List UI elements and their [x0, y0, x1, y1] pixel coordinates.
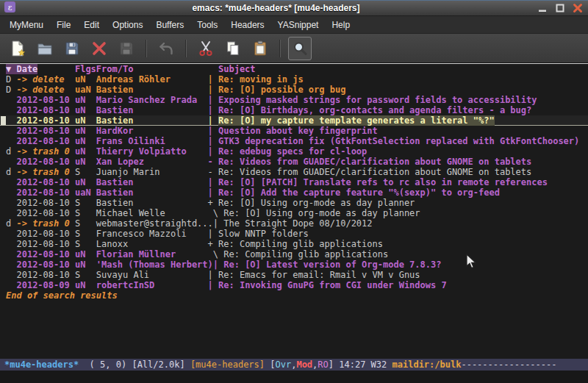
copy-icon[interactable] [221, 37, 245, 60]
close-button[interactable] [572, 2, 584, 14]
message-row[interactable]: D -> delete uaN Bastien | Re: [O] possib… [0, 85, 588, 95]
message-row[interactable]: d -> trash 0 S Juanjo Marin - Re: Videos… [0, 167, 588, 177]
echo-area[interactable] [0, 371, 588, 383]
flags-cell: uN [75, 74, 96, 85]
titlebar[interactable]: ε emacs: *mu4e-headers* [mu4e-headers] [0, 0, 588, 16]
message-row[interactable]: 2012-08-10 uN Florian Müllner \ Re: Comp… [0, 249, 588, 259]
date-cell: 2012-08-10 [16, 136, 74, 146]
message-row[interactable]: 2012-08-10 S Michael Welle \ Re: [O] Usi… [0, 208, 588, 218]
message-subject: Re: Videos from GUADEC/clarification abo… [218, 167, 531, 177]
message-row[interactable]: 2012-08-10 uN HardKor | Question about k… [0, 126, 588, 136]
menu-help[interactable]: Help [325, 17, 356, 33]
search-icon[interactable] [288, 37, 312, 60]
date-cell: 2012-08-10 [16, 177, 74, 187]
message-row[interactable]: 2012-08-10 S Bastien + Re: [O] Using org… [0, 198, 588, 208]
date-cell: 2012-08-10 [16, 105, 74, 115]
message-subject: Re: [O] Latest version of Org-mode 7.8.3… [223, 259, 441, 270]
message-row[interactable]: 2012-08-10 S Suvayu Ali | Re: Emacs for … [0, 270, 588, 280]
toolbar-separator [279, 40, 281, 57]
menu-options[interactable]: Options [106, 17, 149, 33]
flags-cell: uN [75, 280, 96, 290]
cut-icon[interactable] [194, 37, 218, 60]
message-subject: GTK3 deprecation fix (GtkFontSelection r… [218, 136, 579, 146]
modeline-major-mode[interactable]: [mu4e-headers] [190, 359, 270, 370]
modeline-bracket-open: [ [270, 359, 275, 370]
mark-cell [6, 177, 16, 187]
date-cell: 2012-08-10 [16, 126, 74, 136]
thread-separator: | [208, 187, 218, 198]
message-subject: Re: [O] Using org-mode as day planner [223, 208, 420, 218]
message-subject: Re: [O] Using org-mode as day planner [218, 198, 415, 208]
message-row[interactable]: 2012-08-10 uN Bastien | Re: [O] [PATCH] … [0, 177, 588, 187]
toolbar-separator [146, 40, 147, 57]
kill-buffer-icon[interactable] [87, 37, 111, 60]
thread-separator: \ [208, 249, 224, 259]
mark-cell: D [6, 85, 16, 95]
message-subject: Re: [O] Birthdays, org-contacts and agen… [218, 105, 531, 115]
maximize-button[interactable] [554, 2, 566, 14]
flags-cell: uN [75, 157, 96, 167]
mark-cell [6, 280, 16, 290]
menu-headers[interactable]: Headers [224, 17, 270, 33]
mark-cell [6, 136, 16, 146]
new-file-icon[interactable] [6, 37, 29, 60]
message-subject: Re: [O] [PATCH] Translate refs to rc als… [218, 177, 548, 187]
headers-buffer: ▼ Date FlgsFrom/To Subject D -> delete u… [0, 63, 588, 359]
message-row[interactable]: 2012-08-09 uN robertcInSD | Re: Invoking… [0, 280, 588, 290]
thread-separator: | [208, 280, 218, 290]
menu-yasnippet[interactable]: YASnippet [271, 17, 326, 33]
message-row[interactable]: 2012-08-10 uN Frans Oilinki | GTK3 depre… [0, 136, 588, 146]
modeline-modified-flag[interactable]: Mod [296, 359, 312, 370]
thread-separator: | [208, 115, 218, 126]
message-row[interactable]: 2012-08-10 uaN Bastien | Re: [O] Add the… [0, 187, 588, 198]
save-icon[interactable] [60, 37, 84, 60]
date-cell: 2012-08-10 [16, 198, 74, 208]
message-row[interactable]: 2012-08-10 uN Mario Sanchez Prada | Expo… [0, 95, 588, 105]
flags-cell: S [75, 218, 96, 229]
modeline-overwrite-flag[interactable]: Ovr [276, 359, 292, 370]
window-buttons [537, 2, 584, 14]
mark-cell [6, 157, 16, 167]
date-cell: 2012-08-10 [16, 270, 74, 280]
thread-separator: | [208, 74, 218, 85]
flags-cell: uN [75, 136, 96, 146]
thread-separator: | [208, 136, 218, 146]
modeline-size: [All/2.0k] [132, 359, 190, 370]
flags-cell: uN [75, 95, 96, 105]
thread-separator: | [213, 259, 223, 270]
flags-cell: S [75, 198, 96, 208]
message-row[interactable]: 2012-08-10 S Francesco Mazzoli | Slow NN… [0, 229, 588, 239]
message-row[interactable]: 2012-08-10 uN Xan Lopez - Re: Videos fro… [0, 157, 588, 167]
menu-mymenu[interactable]: MyMenu [3, 17, 50, 33]
menu-file[interactable]: File [50, 17, 77, 33]
modeline-buffer-name[interactable]: *mu4e-headers* [4, 359, 79, 370]
paste-icon[interactable] [248, 37, 272, 60]
open-file-icon[interactable] [33, 37, 57, 60]
menu-buffers[interactable]: Buffers [149, 17, 190, 33]
flags-cell: S [75, 167, 96, 177]
minimize-button[interactable] [537, 2, 548, 14]
message-subject: Question about key fingerprint [218, 126, 378, 136]
message-row[interactable]: 2012-08-10 S Lanoxx + Re: Compiling glib… [0, 239, 588, 249]
message-subject: Re: [O] my capture template generates a … [218, 115, 495, 126]
message-subject: The Straight Dope 08/10/2012 [223, 218, 372, 229]
message-row[interactable]: 2012-08-10 uN Bastien | Re: [O] Birthday… [0, 105, 588, 115]
thread-separator: | [208, 85, 218, 95]
mark-cell [6, 229, 16, 239]
menu-tools[interactable]: Tools [190, 17, 224, 33]
message-row[interactable]: 2012-08-10 uN Bastien | Re: [O] my captu… [0, 115, 588, 126]
thread-separator: - [208, 157, 218, 167]
message-row[interactable]: D -> delete uN Andreas Röhler | Re: movi… [0, 74, 588, 85]
message-row[interactable]: d -> trash 0 uN Thierry Volpiatto | Re: … [0, 146, 588, 157]
menu-edit[interactable]: Edit [77, 17, 106, 33]
flags-cell: S [75, 208, 96, 218]
emacs-window: ε emacs: *mu4e-headers* [mu4e-headers] M… [0, 0, 588, 383]
flags-cell: uN [75, 146, 96, 157]
modeline-readonly-flag[interactable]: RO [318, 359, 328, 370]
message-subject: Exposing masked strings for password fie… [218, 95, 537, 105]
save-as-icon [115, 37, 138, 60]
message-row[interactable]: 2012-08-10 uN 'Mash (Thomas Herbert)| Re… [0, 259, 588, 270]
message-row[interactable]: d -> trash 0 S webmaster@straightd...| T… [0, 218, 588, 229]
from-cell: HardKor [96, 126, 208, 136]
message-subject: Re: Compiling glib applications [218, 239, 383, 249]
